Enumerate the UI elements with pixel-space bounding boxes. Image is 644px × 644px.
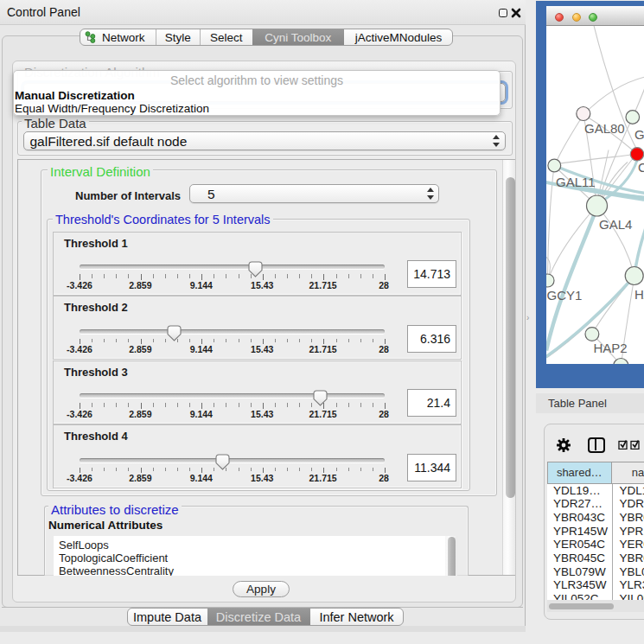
svg-text:GA: GA [634,126,644,141]
svg-text:C: C [638,159,644,174]
svg-text:GAL4: GAL4 [599,217,632,232]
svg-text:HAP2: HAP2 [594,340,628,354]
svg-text:GAL11: GAL11 [556,174,596,188]
svg-text:GCY1: GCY1 [547,287,583,302]
svg-text:HA: HA [634,286,644,301]
svg-text:GAL80: GAL80 [584,121,625,136]
